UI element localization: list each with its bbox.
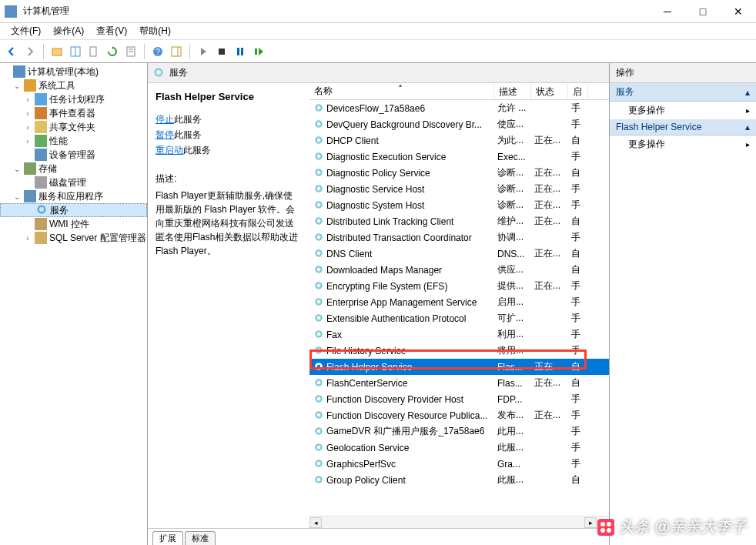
service-start: 手	[568, 182, 588, 196]
menu-bar: 文件(F) 操作(A) 查看(V) 帮助(H)	[0, 23, 756, 40]
service-row[interactable]: Diagnostic Execution ServiceExec...手	[309, 149, 609, 165]
restart-link[interactable]: 重启动	[156, 145, 183, 155]
service-row[interactable]: Diagnostic Policy Service诊断...正在...自	[309, 165, 609, 181]
console-tree[interactable]: 计算机管理(本地) ⌄系统工具 ›任务计划程序 ›事件查看器 ›共享文件夹 ›性…	[0, 63, 148, 545]
menu-view[interactable]: 查看(V)	[90, 23, 133, 39]
service-row[interactable]: DevicesFlow_17a58ae6允许 ...手	[309, 100, 609, 116]
tab-extended[interactable]: 扩展	[152, 531, 183, 545]
col-startup[interactable]: 启	[568, 83, 588, 99]
menu-help[interactable]: 帮助(H)	[133, 23, 177, 39]
tree-system-tools[interactable]: ⌄系统工具	[0, 79, 147, 92]
service-desc: 此服...	[494, 473, 531, 486]
service-row[interactable]: Encrypting File System (EFS)提供...正在...手	[309, 278, 609, 294]
service-row[interactable]: Diagnostic Service Host诊断...正在...手	[309, 181, 609, 197]
help-button[interactable]: ?	[149, 43, 166, 60]
service-start: 自	[568, 360, 588, 373]
properties-button[interactable]	[122, 43, 139, 60]
svg-rect-9	[172, 47, 181, 56]
service-name: DNS Client	[326, 249, 372, 259]
tree-sql-config[interactable]: ›SQL Server 配置管理器	[0, 231, 147, 245]
service-start: 手	[568, 279, 588, 293]
close-button[interactable]: ✕	[721, 0, 756, 23]
service-row[interactable]: Flash Helper ServiceFlas...正在...自	[309, 359, 609, 375]
service-desc: 启用...	[494, 296, 531, 309]
service-row[interactable]: Group Policy Client此服...自	[309, 472, 609, 488]
gear-icon	[313, 264, 325, 276]
stop-service-button[interactable]	[213, 43, 230, 60]
folder-button[interactable]	[49, 43, 65, 60]
view-tabs: 扩展 标准	[148, 528, 609, 545]
service-row[interactable]: Geolocation Service此服...手	[309, 440, 609, 456]
tab-standard[interactable]: 标准	[185, 531, 216, 545]
list-rows[interactable]: DevicesFlow_17a58ae6允许 ...手DevQuery Back…	[309, 100, 609, 516]
menu-action[interactable]: 操作(A)	[47, 23, 90, 39]
tree-event-viewer[interactable]: ›事件查看器	[0, 106, 147, 120]
service-row[interactable]: GraphicsPerfSvcGra...手	[309, 456, 609, 472]
tree-device-manager[interactable]: 设备管理器	[0, 148, 147, 162]
service-row[interactable]: Function Discovery Provider HostFDP...手	[309, 391, 609, 407]
forward-button[interactable]	[22, 43, 38, 60]
action-more-ops-1[interactable]: 更多操作▸	[610, 102, 756, 119]
actions-services-section[interactable]: 服务▴	[610, 83, 756, 102]
back-button[interactable]	[3, 43, 20, 60]
gear-icon	[313, 280, 325, 293]
tree-wmi[interactable]: WMI 控件	[0, 217, 147, 231]
svg-rect-11	[219, 48, 225, 55]
menu-file[interactable]: 文件(F)	[5, 23, 47, 39]
col-description[interactable]: 描述	[494, 83, 531, 99]
minimize-button[interactable]: ─	[650, 0, 685, 23]
show-hide-button[interactable]	[67, 43, 84, 60]
pause-link[interactable]: 暂停	[156, 129, 174, 140]
start-service-button[interactable]	[195, 43, 212, 60]
gear-icon	[313, 410, 325, 422]
scroll-left-button[interactable]: ◂	[309, 517, 322, 528]
svg-rect-14	[255, 48, 257, 55]
service-row[interactable]: DevQuery Background Discovery Br...使应...…	[309, 116, 609, 132]
service-row[interactable]: Distributed Transaction Coordinator协调...…	[309, 229, 609, 246]
tree-services-apps[interactable]: ⌄服务和应用程序	[0, 189, 147, 203]
tree-performance[interactable]: ›性能	[0, 134, 147, 148]
tree-storage[interactable]: ⌄存储	[0, 162, 147, 176]
service-row[interactable]: FlashCenterServiceFlas...正在...自	[309, 375, 609, 391]
col-status[interactable]: 状态	[531, 83, 568, 99]
service-row[interactable]: Enterprise App Management Service启用...手	[309, 294, 609, 310]
tree-task-scheduler[interactable]: ›任务计划程序	[0, 92, 147, 106]
svg-point-20	[316, 153, 322, 159]
service-row[interactable]: Downloaded Maps Manager供应...自	[309, 262, 609, 278]
tree-shared-folders[interactable]: ›共享文件夹	[0, 120, 147, 134]
service-start: 手	[568, 199, 588, 212]
scroll-right-button[interactable]: ▸	[584, 517, 597, 528]
show-hide-action-button[interactable]	[168, 43, 185, 60]
service-status: 正在...	[531, 376, 568, 390]
horizontal-scrollbar[interactable]: ◂ ▸	[309, 516, 609, 528]
service-name: Distributed Transaction Coordinator	[326, 232, 472, 243]
service-start: 自	[568, 134, 588, 147]
export-button[interactable]	[85, 43, 102, 60]
tree-services[interactable]: 服务	[0, 203, 147, 217]
tree-disk-management[interactable]: 磁盘管理	[0, 176, 147, 189]
service-row[interactable]: Distributed Link Tracking Client维护...正在.…	[309, 213, 609, 229]
svg-point-33	[316, 363, 322, 369]
actions-selected-section[interactable]: Flash Helper Service▴	[610, 119, 756, 135]
tree-root[interactable]: 计算机管理(本地)	[0, 65, 147, 79]
desc-text: Flash Player更新辅助服务,确保使用最新版的 Flash Player…	[156, 189, 302, 258]
service-row[interactable]: Function Discovery Resource Publica...发布…	[309, 407, 609, 423]
svg-point-38	[316, 444, 322, 450]
service-row[interactable]: Diagnostic System Host诊断...正在...手	[309, 197, 609, 213]
pause-service-button[interactable]	[232, 43, 249, 60]
stop-link[interactable]: 停止	[156, 114, 174, 125]
service-name: Distributed Link Tracking Client	[326, 216, 453, 227]
refresh-button[interactable]	[104, 43, 121, 60]
restart-service-button[interactable]	[250, 43, 267, 60]
service-row[interactable]: DNS ClientDNS...正在...自	[309, 246, 609, 262]
col-name[interactable]: 名称	[309, 83, 494, 99]
service-row[interactable]: GameDVR 和广播用户服务_17a58ae6此用...手	[309, 423, 609, 440]
service-row[interactable]: Extensible Authentication Protocol可扩...手	[309, 310, 609, 326]
service-detail: Flash Helper Service 停止此服务 暂停此服务 重启动此服务 …	[148, 83, 309, 528]
service-row[interactable]: File History Service将用...手	[309, 343, 609, 359]
service-row[interactable]: DHCP Client为此...正在...自	[309, 132, 609, 149]
action-more-ops-2[interactable]: 更多操作▸	[610, 135, 756, 153]
maximize-button[interactable]: □	[685, 0, 721, 23]
service-row[interactable]: Fax利用...手	[309, 326, 609, 343]
gear-icon	[313, 296, 325, 309]
